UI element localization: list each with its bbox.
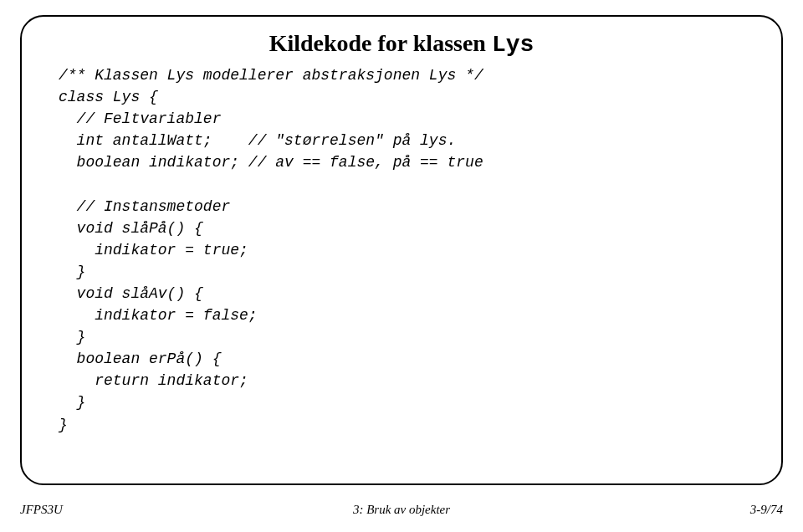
code-block: /** Klassen Lys modellerer abstraksjonen… xyxy=(59,64,744,436)
title-prefix: Kildekode for klassen xyxy=(269,30,492,56)
title-classname: Lys xyxy=(492,32,534,58)
footer-right: 3-9/74 xyxy=(750,503,783,517)
footer-center: 3: Bruk av objekter xyxy=(353,503,450,517)
footer-left: JFPS3U xyxy=(20,503,63,517)
slide-title: Kildekode for klassen Lys xyxy=(59,30,744,58)
slide-frame: Kildekode for klassen Lys /** Klassen Ly… xyxy=(20,15,783,485)
slide-footer: JFPS3U 3: Bruk av objekter 3-9/74 xyxy=(20,503,783,517)
